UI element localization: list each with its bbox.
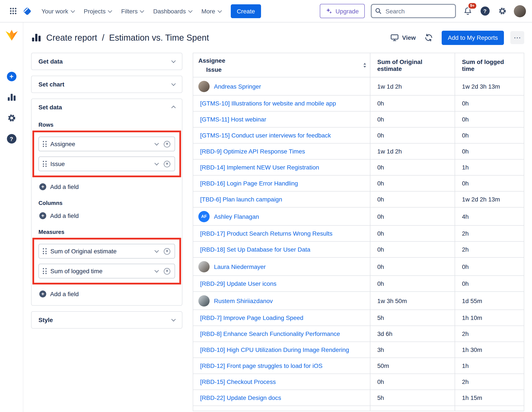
app-switcher-button[interactable] bbox=[6, 4, 20, 18]
remove-field-icon[interactable]: × bbox=[164, 268, 170, 274]
sidebar-add-button[interactable]: + bbox=[4, 70, 19, 83]
add-field-label: Add a field bbox=[50, 212, 79, 219]
issue-link[interactable]: [RBD-29] Update User icons bbox=[200, 280, 276, 287]
add-measure-field-button[interactable]: + Add a field bbox=[38, 290, 79, 297]
avatar: AF bbox=[198, 211, 209, 222]
more-actions-button[interactable]: ⋯ bbox=[510, 31, 524, 44]
remove-field-icon[interactable]: × bbox=[164, 161, 170, 167]
header-cell-assignee-issue[interactable]: Assignee Issue bbox=[193, 53, 370, 77]
rows-label: Rows bbox=[38, 122, 175, 128]
view-button[interactable]: View bbox=[391, 34, 416, 41]
set-data-section-header[interactable]: Set data bbox=[32, 99, 182, 115]
estimate-cell: 5h bbox=[370, 390, 455, 406]
issue-link[interactable]: [RBD-22] Update Design docs bbox=[200, 394, 281, 401]
rows-field-assignee[interactable]: Assignee × bbox=[38, 137, 175, 151]
get-data-section-header[interactable]: Get data bbox=[32, 53, 182, 70]
bar-chart-icon bbox=[31, 33, 41, 42]
drag-handle-icon[interactable] bbox=[43, 141, 47, 147]
rows-field-issue[interactable]: Issue × bbox=[38, 156, 175, 171]
drag-handle-icon[interactable] bbox=[43, 161, 47, 167]
issue-link[interactable]: [RBD-18] Set Up Database for User Data bbox=[200, 246, 310, 253]
row-label-cell: [RBD-22] Update Design docs bbox=[193, 390, 370, 406]
annotation-box-rows: Assignee × Issue × bbox=[32, 131, 181, 177]
issue-link[interactable]: [GTMS-11] Host webinar bbox=[200, 116, 266, 123]
assignee-link[interactable]: Ashley Flanagan bbox=[214, 213, 259, 220]
issue-link[interactable]: [RBD-8] Enhance Search Functionality Per… bbox=[200, 330, 340, 337]
help-button[interactable]: ? bbox=[479, 4, 491, 18]
issue-link[interactable]: [RBD-12] Front page struggles to load fo… bbox=[200, 362, 323, 369]
sidebar-settings-button[interactable] bbox=[4, 112, 19, 125]
issue-link[interactable]: [RBD-7] Improve Page Loading Speed bbox=[200, 314, 303, 321]
upgrade-button[interactable]: Upgrade bbox=[320, 4, 365, 18]
set-chart-section-header[interactable]: Set chart bbox=[32, 76, 182, 93]
logged-cell: 0h bbox=[455, 127, 524, 144]
issue-link[interactable]: [RBD-14] Implement NEW User Registration bbox=[200, 164, 319, 171]
user-avatar[interactable] bbox=[514, 5, 526, 17]
issue-row: [RBD-17] Product Search Returns Wrong Re… bbox=[193, 226, 524, 242]
estimate-cell: 1w 1d 2h bbox=[370, 77, 455, 96]
logged-cell: 2h bbox=[455, 374, 524, 390]
table-header-row: Assignee Issue Sum of Original estimate … bbox=[193, 53, 524, 77]
notifications-button[interactable]: 9+ bbox=[462, 5, 473, 17]
estimate-cell: 0h bbox=[370, 242, 455, 258]
estimate-cell: 3d 6h bbox=[370, 326, 455, 342]
jira-logo-icon[interactable] bbox=[22, 6, 32, 16]
add-row-field-button[interactable]: + Add a field bbox=[38, 183, 79, 190]
drag-handle-icon[interactable] bbox=[43, 268, 47, 274]
style-section-header[interactable]: Style bbox=[32, 312, 182, 328]
assignee-link[interactable]: Laura Niedermayer bbox=[214, 263, 266, 270]
help-icon: ? bbox=[480, 7, 489, 16]
assignee-link[interactable]: Rustem Shiriiazdanov bbox=[214, 297, 273, 304]
chevron-down-icon[interactable] bbox=[154, 248, 159, 253]
add-column-field-button[interactable]: + Add a field bbox=[38, 212, 79, 219]
logged-cell: 1w 2d 3h 13m bbox=[455, 77, 524, 96]
nav-item-more[interactable]: More bbox=[197, 5, 226, 17]
chevron-down-icon[interactable] bbox=[154, 161, 159, 165]
issue-link[interactable]: [RBD-9] Optimize API Response Times bbox=[200, 148, 305, 155]
settings-button[interactable] bbox=[497, 4, 508, 18]
row-label-cell: [RBD-15] Checkout Process bbox=[193, 374, 370, 390]
sidebar-help-button[interactable]: ? bbox=[4, 132, 19, 145]
remove-field-icon[interactable]: × bbox=[164, 141, 170, 147]
nav-item-filters[interactable]: Filters bbox=[117, 5, 148, 17]
search-input[interactable] bbox=[371, 4, 456, 18]
issue-link[interactable]: [RBD-17] Product Search Returns Wrong Re… bbox=[200, 230, 332, 237]
page-title: Create report / Estimation vs. Time Spen… bbox=[31, 33, 209, 43]
report-config-panel: Get data Set chart Set data bbox=[31, 53, 182, 412]
issue-row: [RBD-8] Enhance Search Functionality Per… bbox=[193, 326, 524, 342]
measures-field-logged-time[interactable]: Sum of logged time × bbox=[38, 264, 175, 278]
row-label-cell: [TBD-6] Plan launch campaign bbox=[193, 192, 370, 208]
remove-field-icon[interactable]: × bbox=[164, 248, 170, 254]
logged-cell: 1w 2d 2h 13m bbox=[455, 192, 524, 208]
section-label: Style bbox=[38, 316, 53, 323]
row-label-cell: [RBD-12] Front page struggles to load fo… bbox=[193, 358, 370, 374]
sort-icon[interactable] bbox=[363, 63, 366, 67]
sidebar-reports-button[interactable] bbox=[4, 91, 19, 104]
logged-cell: 0h bbox=[455, 258, 524, 276]
assignee-link[interactable]: Andreas Springer bbox=[214, 83, 261, 90]
assignee-row: Rustem Shiriiazdanov1w 3h 50m1d 55m bbox=[193, 292, 524, 310]
row-label-cell: [RBD-9] Optimize API Response Times bbox=[193, 144, 370, 160]
chevron-down-icon[interactable] bbox=[154, 141, 159, 145]
issue-link[interactable]: [GTMS-15] Conduct user interviews for fe… bbox=[200, 132, 331, 139]
section-set-data: Set data Rows Assignee × bbox=[31, 99, 182, 306]
nav-item-your-work[interactable]: Your work bbox=[37, 5, 79, 17]
measures-field-original-estimate[interactable]: Sum of Original estimate × bbox=[38, 244, 175, 259]
row-label-cell: [GTMS-10] Illustrations for website and … bbox=[193, 96, 370, 112]
issue-link[interactable]: [GTMS-10] Illustrations for website and … bbox=[200, 100, 336, 107]
issue-link[interactable]: [RBD-16] Login Page Error Handling bbox=[200, 180, 298, 187]
issue-link[interactable]: [RBD-15] Checkout Process bbox=[200, 378, 276, 385]
logged-cell: 0h bbox=[455, 96, 524, 112]
drag-handle-icon[interactable] bbox=[43, 248, 47, 254]
custom-charts-logo[interactable] bbox=[4, 29, 19, 41]
create-button[interactable]: Create bbox=[231, 4, 261, 18]
nav-item-dashboards[interactable]: Dashboards bbox=[149, 5, 196, 17]
issue-link[interactable]: [RBD-10] High CPU Utilization During Ima… bbox=[200, 346, 349, 353]
issue-link[interactable]: [TBD-6] Plan launch campaign bbox=[200, 196, 282, 203]
nav-item-projects[interactable]: Projects bbox=[79, 5, 116, 17]
issue-row: [RBD-9] Optimize API Response Times1w 1d… bbox=[193, 144, 524, 160]
refresh-button[interactable] bbox=[422, 31, 435, 44]
add-to-my-reports-button[interactable]: Add to My Reports bbox=[442, 30, 504, 45]
chevron-down-icon[interactable] bbox=[154, 268, 159, 273]
chevron-up-icon bbox=[171, 106, 176, 110]
